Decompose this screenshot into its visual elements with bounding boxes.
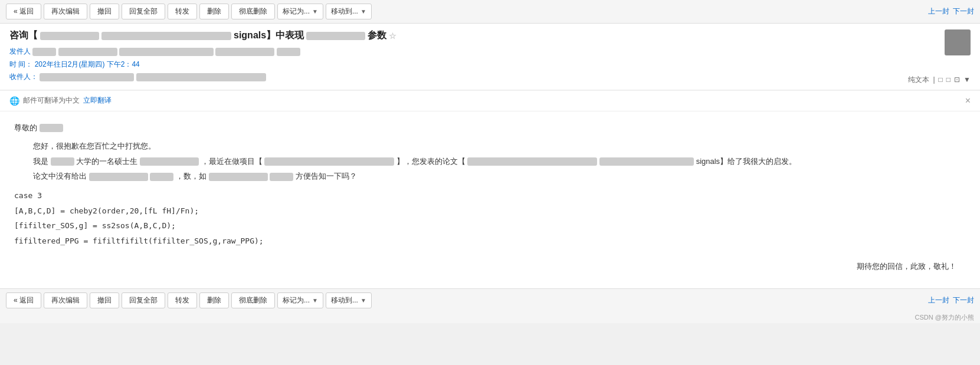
bottom-nav-links: 上一封 下一封 bbox=[928, 295, 974, 305]
bottom-mark-label: 标记为... bbox=[283, 295, 310, 305]
code-line-2: [fifilter_SOS,g] = ss2sos(A,B,C,D); bbox=[14, 219, 966, 232]
bottom-prev-link[interactable]: 上一封 bbox=[928, 295, 949, 305]
time-row: 时 间： 202年往日2月(星期四) 下午2：44 bbox=[9, 58, 971, 71]
closing-text: 期待您的回信，此致，敬礼！ bbox=[857, 262, 956, 271]
watermark: CSDN @努力的小熊 bbox=[0, 312, 980, 323]
salutation-blurred bbox=[40, 124, 63, 132]
bottom-delete-button[interactable]: 删除 bbox=[199, 292, 229, 308]
view-icon-3[interactable]: ⊡ bbox=[954, 75, 960, 84]
body-line-2: 我是 大学的一名硕士生 ，最近在做项目【 】，您发表的论文【 signals】给… bbox=[14, 154, 966, 168]
line2-middle: ，最近在做项目【 bbox=[201, 157, 263, 166]
subject-blurred-3 bbox=[306, 32, 365, 40]
line3-middle: ，数，如 bbox=[176, 172, 207, 180]
line2-prefix: 我是 bbox=[33, 157, 48, 166]
line2-blurred-3 bbox=[264, 157, 394, 166]
bottom-move-dropdown[interactable]: 移动到... ▼ bbox=[326, 292, 372, 308]
line3-blurred-4 bbox=[270, 173, 293, 181]
email-header: 咨询【 signals】中表现 参数 ☆ 发件人 时 间： 20 bbox=[0, 24, 980, 90]
salutation-text: 尊敬的 bbox=[14, 123, 37, 132]
bottom-toolbar: « 返回 再次编辑 撤回 回复全部 转发 删除 彻底删除 标记为... ▼ 移动… bbox=[0, 288, 980, 312]
body-line-3: 论文中没有给出 ，数，如 方便告知一下吗？ bbox=[14, 169, 966, 183]
prev-email-link[interactable]: 上一封 bbox=[928, 6, 949, 17]
delete-button[interactable]: 删除 bbox=[199, 4, 229, 19]
move-dropdown[interactable]: 移动到... ▼ bbox=[326, 4, 372, 19]
subject-middle: signals】中表现 bbox=[234, 29, 304, 42]
to-blurred-1 bbox=[40, 73, 134, 81]
subject-blurred-2 bbox=[101, 32, 231, 40]
mark-arrow-icon: ▼ bbox=[312, 8, 318, 15]
line3-blurred-2 bbox=[150, 173, 173, 181]
bottom-forward-button[interactable]: 转发 bbox=[168, 292, 197, 308]
undo-button[interactable]: 撤回 bbox=[90, 4, 119, 19]
view-options: 纯文本 | □ □ ⊡ ▼ bbox=[908, 75, 971, 85]
line3-prefix: 论文中没有给出 bbox=[33, 172, 87, 180]
bottom-move-arrow-icon: ▼ bbox=[360, 297, 366, 304]
line2-blurred-2 bbox=[140, 157, 199, 166]
line3-blurred-1 bbox=[89, 173, 148, 181]
email-meta: 发件人 时 间： 202年往日2月(星期四) 下午2：44 收件人： bbox=[9, 45, 971, 84]
from-blurred-2 bbox=[58, 48, 117, 56]
move-arrow-icon: ▼ bbox=[360, 8, 366, 15]
salutation-line: 尊敬的 bbox=[14, 121, 966, 134]
translate-icon: 🌐 bbox=[9, 96, 19, 106]
view-sep-1: | bbox=[933, 75, 935, 84]
from-blurred-3 bbox=[119, 48, 214, 56]
next-email-link[interactable]: 下一封 bbox=[953, 6, 974, 17]
from-blurred-5 bbox=[277, 48, 300, 56]
from-blurred-4 bbox=[215, 48, 274, 56]
mark-label: 标记为... bbox=[283, 6, 310, 17]
bottom-back-button[interactable]: « 返回 bbox=[6, 292, 41, 308]
translate-close-icon[interactable]: × bbox=[965, 96, 971, 106]
bottom-edit-button[interactable]: 再次编辑 bbox=[44, 292, 87, 308]
line3-suffix: 方便告知一下吗？ bbox=[296, 172, 357, 180]
code-line-3: fifiltered_PPG = fifiltfifilt(fifilter_S… bbox=[14, 234, 966, 248]
bottom-next-link[interactable]: 下一封 bbox=[953, 295, 974, 305]
mark-dropdown[interactable]: 标记为... ▼ bbox=[277, 4, 323, 19]
to-blurred-2 bbox=[136, 73, 266, 81]
subject-suffix: 参数 bbox=[368, 29, 386, 42]
top-nav-links: 上一封 下一封 bbox=[928, 6, 974, 17]
line2-university: 大学的一名硕士生 bbox=[76, 157, 137, 166]
edit-button[interactable]: 再次编辑 bbox=[44, 4, 87, 19]
line2-blurred-4 bbox=[467, 157, 597, 166]
subject-blurred-1 bbox=[40, 32, 99, 40]
line1-text: 您好，很抱歉在您百忙之中打扰您。 bbox=[33, 142, 156, 150]
code-block: case 3 [A,B,C,D] = cheby2(order,20,[fL f… bbox=[14, 189, 966, 248]
from-blurred-1 bbox=[32, 48, 56, 56]
top-toolbar: « 返回 再次编辑 撤回 回复全部 转发 删除 彻底删除 标记为... ▼ 移动… bbox=[0, 0, 980, 24]
email-container: 咨询【 signals】中表现 参数 ☆ 发件人 时 间： 20 bbox=[0, 24, 980, 288]
bottom-mark-dropdown[interactable]: 标记为... ▼ bbox=[277, 292, 323, 308]
move-label: 移动到... bbox=[331, 6, 358, 17]
email-subject: 咨询【 signals】中表现 参数 ☆ bbox=[9, 29, 971, 42]
from-label: 发件人 bbox=[9, 47, 31, 55]
code-label: case 3 bbox=[14, 189, 966, 202]
time-value: 202年往日2月(星期四) 下午2：44 bbox=[35, 60, 140, 68]
translate-text: 邮件可翻译为中文 bbox=[23, 96, 80, 106]
translate-link[interactable]: 立即翻译 bbox=[83, 96, 112, 106]
back-button[interactable]: « 返回 bbox=[6, 4, 41, 19]
bottom-undo-button[interactable]: 撤回 bbox=[90, 292, 119, 308]
bottom-mark-arrow-icon: ▼ bbox=[312, 297, 318, 304]
bottom-move-label: 移动到... bbox=[331, 295, 358, 305]
bottom-perm-delete-button[interactable]: 彻底删除 bbox=[231, 292, 275, 308]
reply-all-button[interactable]: 回复全部 bbox=[122, 4, 165, 19]
email-body: 尊敬的 您好，很抱歉在您百忙之中打扰您。 我是 大学的一名硕士生 ，最近在做项目… bbox=[0, 111, 980, 288]
view-icon-4[interactable]: ▼ bbox=[963, 75, 971, 84]
code-line-1: [A,B,C,D] = cheby2(order,20,[fL fH]/Fn); bbox=[14, 204, 966, 218]
subject-prefix: 咨询【 bbox=[9, 29, 38, 42]
bottom-reply-all-button[interactable]: 回复全部 bbox=[122, 292, 165, 308]
from-row: 发件人 bbox=[9, 45, 971, 58]
forward-button[interactable]: 转发 bbox=[168, 4, 197, 19]
line2-end: signals】给了我很大的启发。 bbox=[696, 157, 797, 166]
perm-delete-button[interactable]: 彻底删除 bbox=[231, 4, 275, 19]
star-icon[interactable]: ☆ bbox=[389, 31, 396, 41]
view-icon-1[interactable]: □ bbox=[939, 75, 943, 84]
line2-blurred-1 bbox=[51, 157, 74, 166]
closing-line: 期待您的回信，此致，敬礼！ bbox=[14, 259, 966, 273]
view-icon-2[interactable]: □ bbox=[946, 75, 950, 84]
subject-text: 咨询【 signals】中表现 参数 ☆ bbox=[9, 29, 396, 42]
avatar bbox=[945, 29, 971, 55]
line3-blurred-3 bbox=[209, 173, 268, 181]
to-row: 收件人： bbox=[9, 71, 971, 84]
translate-bar: 🌐 邮件可翻译为中文 立即翻译 × bbox=[0, 90, 980, 111]
